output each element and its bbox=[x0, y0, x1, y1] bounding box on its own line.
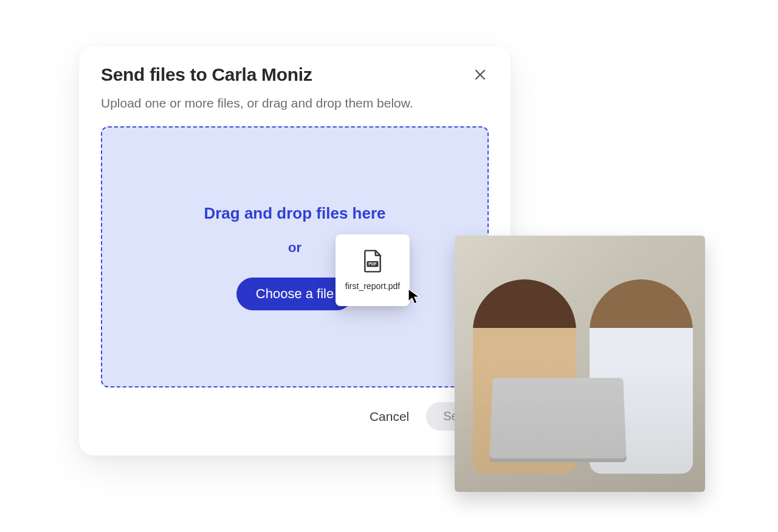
modal-title: Send files to Carla Moniz bbox=[101, 64, 312, 85]
cancel-button[interactable]: Cancel bbox=[365, 403, 414, 430]
dropzone-or-text: or bbox=[288, 240, 301, 256]
dropzone-heading: Drag and drop files here bbox=[204, 204, 385, 223]
collaboration-photo bbox=[455, 236, 705, 492]
send-files-modal: Send files to Carla Moniz Upload one or … bbox=[79, 46, 511, 455]
close-button[interactable] bbox=[472, 66, 489, 83]
close-icon bbox=[473, 67, 487, 82]
svg-text:PDF: PDF bbox=[368, 262, 376, 266]
modal-footer: Cancel Send bbox=[101, 402, 489, 431]
file-dropzone[interactable]: Drag and drop files here or Choose a fil… bbox=[101, 126, 489, 387]
modal-subtitle: Upload one or more files, or drag and dr… bbox=[101, 96, 489, 111]
modal-header: Send files to Carla Moniz bbox=[101, 64, 489, 85]
cursor-icon bbox=[407, 288, 421, 305]
pdf-file-icon: PDF bbox=[362, 250, 383, 273]
dragged-file-tile[interactable]: PDF first_report.pdf bbox=[336, 234, 410, 306]
dragged-file-name: first_report.pdf bbox=[345, 281, 400, 291]
